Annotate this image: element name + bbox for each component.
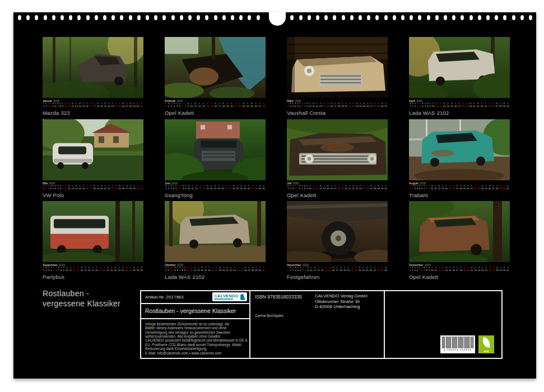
mini-day: M23 [356, 103, 359, 108]
mini-day: F16 [86, 103, 89, 108]
binding-hole [137, 15, 141, 20]
mini-day: D7 [425, 103, 426, 108]
mini-day: S3 [48, 185, 49, 190]
legal-line: E-Mail: info@calvendo.com • www.calvendo… [145, 351, 245, 355]
mini-day: S13 [199, 185, 202, 190]
mini-day: M2 [412, 267, 413, 272]
publisher-address: CALVENDO Verlag GmbH Ottobrunner Straße … [315, 293, 368, 310]
photo-caption: Partybus [43, 274, 143, 280]
mini-day: S15 [210, 103, 213, 108]
binding-hole [120, 15, 123, 20]
mini-day: F3 [415, 103, 416, 108]
mini-day: F2 [45, 103, 47, 108]
mini-day: S25 [363, 185, 366, 190]
info-box-right-column: 9 783516 033335 eco [385, 291, 501, 358]
mini-day: D4 [417, 185, 418, 190]
day-row: D1M2D3F4S5S6M7D8M9D10F11S12S13M14D15M16D… [43, 267, 143, 272]
mini-day: M2 [168, 103, 170, 108]
mini-day: S29 [499, 185, 502, 190]
calvendo-logo-wordmark: CALVENDO [214, 294, 238, 298]
mini-day: M24 [240, 185, 243, 190]
month-cell-april: April2026 M1D2F3S4S5M6D7M8D9F10S11S12M13… [409, 37, 510, 116]
mini-day: S30 [503, 185, 506, 190]
mini-day: F3 [292, 185, 294, 190]
mini-day: D5 [297, 267, 299, 272]
mini-day: D26 [369, 267, 372, 272]
binding-hole [384, 15, 388, 20]
binding-hole [154, 15, 157, 20]
mini-day: M9 [187, 103, 189, 108]
mini-day: M5 [53, 103, 54, 108]
mini-day: F27 [370, 103, 373, 108]
binding-hole [188, 15, 192, 20]
mini-day: D16 [210, 185, 213, 190]
mini-day: S24 [115, 185, 118, 190]
mini-day: S20 [467, 267, 469, 272]
mini-day: M8 [427, 103, 429, 108]
mini-day: S11 [68, 103, 70, 108]
mini-day: D8 [61, 267, 62, 272]
isbn-number: ISBN 9783516033335 [255, 294, 302, 300]
mini-day: D28 [374, 185, 376, 190]
mini-day: S6 [421, 267, 422, 272]
binding-hole [95, 15, 98, 20]
mini-day: D24 [359, 103, 362, 108]
photo-caption: Lada WAS 2102 [409, 110, 510, 116]
mini-day: D18 [217, 185, 220, 190]
mini-day: F18 [95, 267, 98, 272]
month-name: November [287, 263, 301, 267]
mini-day: S22 [355, 267, 357, 272]
calendar-back-page: Januar2026 D1F2S3S4M5D6M7D8F9S10S11M12D1… [0, 0, 544, 392]
mini-day: F20 [345, 103, 347, 108]
mini-day: D17 [218, 103, 221, 108]
month-cell-dezember: Dezember2026 D1M2D3F4S5S6M7D8M9D10F11S12… [409, 201, 510, 280]
month-cell-maerz: März2026 S1M2D3M4D5F6S7S8M9D10M11D12F13S… [287, 37, 388, 116]
photo-art [409, 119, 510, 180]
mini-day: D30 [262, 185, 265, 190]
mini-day: S14 [324, 267, 327, 272]
mini-day: M16 [214, 103, 217, 108]
mini-day: M21 [226, 267, 229, 272]
mini-day: D23 [480, 103, 483, 108]
mini-day: D15 [449, 267, 452, 272]
mini-day: F5 [175, 185, 176, 190]
artikel-row: Artikel-Nr. 2017963 CALVENDO [141, 291, 249, 304]
mini-day: S12 [73, 267, 76, 272]
binding-hole [342, 15, 345, 20]
mini-day: M23 [358, 267, 361, 272]
mini-day: M16 [330, 103, 333, 108]
mini-day: D3 [292, 103, 294, 108]
day-row: D1M2D3F4S5S6M7D8M9D10F11S12S13M14D15M16D… [409, 267, 510, 272]
mini-day: M21 [104, 103, 106, 108]
photo-caption: Trabant [409, 192, 510, 198]
legal-line: CALVENDO produziert bedarfsgerecht und k… [145, 338, 245, 342]
mini-day: M22 [352, 185, 355, 190]
mini-day: F25 [122, 267, 124, 272]
mini-day: D20 [467, 185, 469, 190]
mini-day: S11 [436, 103, 438, 108]
mini-day: D4 [173, 185, 174, 190]
mini-day: M6 [422, 103, 424, 108]
binding-hole [231, 15, 234, 20]
mini-day: M9 [63, 267, 64, 272]
mini-day: M26 [244, 267, 247, 272]
mini-day: D1 [43, 267, 44, 272]
day-row: M1D2F3S4S5M6D7M8D9F10S11S12M13D14M15D16F… [287, 185, 388, 190]
mini-day: S19 [341, 185, 344, 190]
binding-hole [146, 15, 149, 20]
month-cell-juni: Juni2026 M1D2M3D4F5S6S7M8D9M10D11F12S13S… [165, 119, 266, 198]
mini-day: F10 [309, 185, 311, 190]
mini-day: S15 [328, 267, 331, 272]
mini-day: F29 [133, 185, 136, 190]
mini-day: S4 [417, 103, 418, 108]
mini-day: M30 [140, 267, 143, 272]
back-title: Rostlauben - vergessene Klassiker [43, 289, 120, 309]
mini-day: M4 [50, 185, 52, 190]
mini-calendar: April2026 M1D2F3S4S5M6D7M8D9F10S11S12M13… [409, 99, 510, 108]
photo-mai-vw-polo [43, 119, 143, 180]
mini-day: D23 [356, 185, 359, 190]
mini-day: M27 [495, 103, 498, 108]
mini-day: S11 [313, 185, 315, 190]
mini-day: M6 [299, 185, 301, 190]
mini-day: D24 [481, 267, 484, 272]
